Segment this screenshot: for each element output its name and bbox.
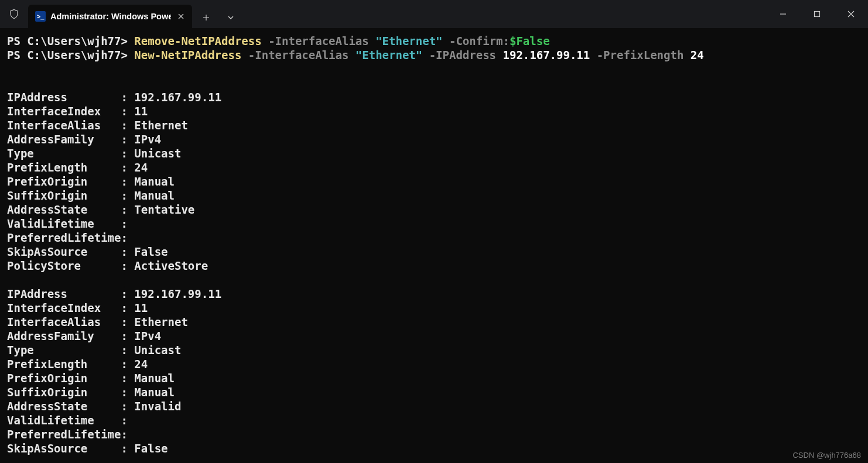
output-value: 11 [134,105,148,118]
cmd-param: -IPAddress [422,49,503,61]
new-tab-button[interactable] [196,7,217,28]
colon: : [121,414,134,427]
cmd-var: $False [510,35,550,47]
command-line: PS C:\Users\wjh77> Remove-NetIPAddress -… [7,34,861,48]
output-key: Type [7,344,121,356]
output-value: 24 [134,358,148,371]
output-value: Tentative [134,203,194,216]
output-value: IPv4 [134,133,161,146]
output-key: InterfaceAlias [7,119,121,132]
cmdlet-name: Remove-NetIPAddress [134,35,261,47]
output-row: InterfaceIndex : 11 [7,104,861,118]
output-value: IPv4 [134,330,161,342]
output-key: AddressFamily [7,330,121,342]
cmd-str: "Ethernet" [356,49,422,61]
powershell-icon: >_ [35,11,46,22]
output-key: PreferredLifetime [7,428,121,441]
app-shield-icon [0,0,28,28]
output-key: SkipAsSource [7,442,121,455]
output-row: PolicyStore : ActiveStore [7,259,861,273]
blank-line [7,76,861,90]
output-key: PrefixLength [7,358,121,371]
output-key: AddressState [7,203,121,216]
output-key: IPAddress [7,287,121,300]
colon: : [121,217,134,230]
output-row: IPAddress : 192.167.99.11 [7,90,861,104]
colon: : [121,161,134,174]
colon: : [121,231,134,244]
colon: : [121,259,134,272]
colon: : [121,287,134,300]
tab-active[interactable]: >_ Administrator: Windows Powe [28,5,192,28]
output-row: PrefixOrigin : Manual [7,371,861,385]
colon: : [121,175,134,188]
output-key: PreferredLifetime [7,231,121,244]
output-key: AddressFamily [7,133,121,146]
output-key: ValidLifetime [7,217,121,230]
output-row: IPAddress : 192.167.99.11 [7,287,861,301]
cmd-param: -InterfaceAlias [241,49,355,61]
output-row: InterfaceAlias : Ethernet [7,118,861,132]
colon: : [121,133,134,146]
output-row: PrefixOrigin : Manual [7,174,861,188]
cmd-num: 24 [691,49,704,61]
cmd-str: "Ethernet" [375,35,442,47]
output-key: AddressState [7,400,121,413]
output-row: AddressFamily : IPv4 [7,329,861,343]
colon: : [121,344,134,356]
command-line: PS C:\Users\wjh77> New-NetIPAddress -Int… [7,48,861,62]
output-row: InterfaceIndex : 11 [7,301,861,315]
output-row: AddressState : Invalid [7,399,861,413]
colon: : [121,189,134,202]
output-row: ValidLifetime : [7,217,861,231]
output-row: PreferredLifetime: [7,231,861,245]
output-value: Manual [134,189,175,202]
output-row: AddressState : Tentative [7,203,861,217]
output-key: SkipAsSource [7,245,121,258]
colon: : [121,400,134,413]
close-tab-button[interactable] [176,11,186,22]
colon: : [121,428,134,441]
output-value: Manual [134,372,175,385]
close-window-button[interactable] [834,0,868,28]
colon: : [121,245,134,258]
terminal-area[interactable]: PS C:\Users\wjh77> Remove-NetIPAddress -… [0,28,868,455]
colon: : [121,386,134,399]
colon: : [121,119,134,132]
output-key: ValidLifetime [7,414,121,427]
output-row: AddressFamily : IPv4 [7,132,861,146]
cmd-param: -Confirm: [443,35,510,47]
output-row: Type : Unicast [7,146,861,160]
colon: : [121,147,134,160]
output-value: False [134,245,168,258]
output-value: 192.167.99.11 [134,287,221,300]
minimize-button[interactable] [766,0,800,28]
output-value: Invalid [134,400,181,413]
output-value: 24 [134,161,148,174]
output-value: Ethernet [134,119,188,132]
tab-strip: >_ Administrator: Windows Powe [28,0,241,28]
output-value: 192.167.99.11 [134,91,221,104]
colon: : [121,203,134,216]
watermark-text: CSDN @wjh776a68 [792,451,861,459]
output-key: PrefixOrigin [7,175,121,188]
maximize-button[interactable] [800,0,834,28]
output-row: SkipAsSource : False [7,245,861,259]
output-key: SuffixOrigin [7,386,121,399]
output-value: Manual [134,175,175,188]
tab-dropdown-button[interactable] [220,7,241,28]
output-row: PreferredLifetime: [7,427,861,441]
output-row: Type : Unicast [7,343,861,357]
blank-line [7,273,861,287]
output-key: InterfaceAlias [7,315,121,328]
cmd-param: -InterfaceAlias [262,35,375,47]
colon: : [121,372,134,385]
output-value: False [134,442,168,455]
output-key: PrefixLength [7,161,121,174]
colon: : [121,330,134,342]
output-key: InterfaceIndex [7,105,121,118]
title-bar: >_ Administrator: Windows Powe [0,0,868,28]
cmdlet-name: New-NetIPAddress [134,49,241,61]
output-value: 11 [134,301,148,314]
output-value: Unicast [134,147,181,160]
